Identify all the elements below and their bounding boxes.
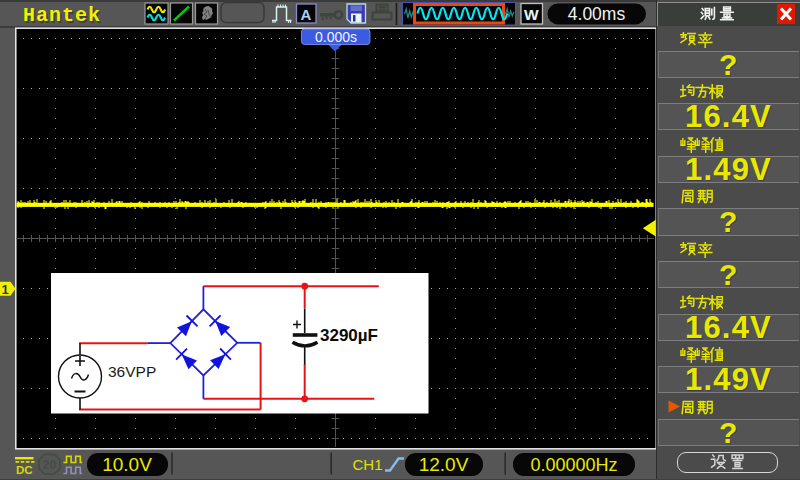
svg-text:3290µF: 3290µF <box>320 326 378 345</box>
svg-text:DC: DC <box>16 464 33 476</box>
svg-text:W: W <box>524 6 539 23</box>
svg-text:CH1: CH1 <box>353 456 383 473</box>
svg-text:20: 20 <box>43 458 57 472</box>
svg-text:A: A <box>301 6 312 23</box>
svg-text:36VPP: 36VPP <box>108 363 156 380</box>
svg-text:4.00ms: 4.00ms <box>568 4 626 24</box>
svg-text:0.000s: 0.000s <box>315 29 357 45</box>
svg-text:1: 1 <box>1 282 8 297</box>
